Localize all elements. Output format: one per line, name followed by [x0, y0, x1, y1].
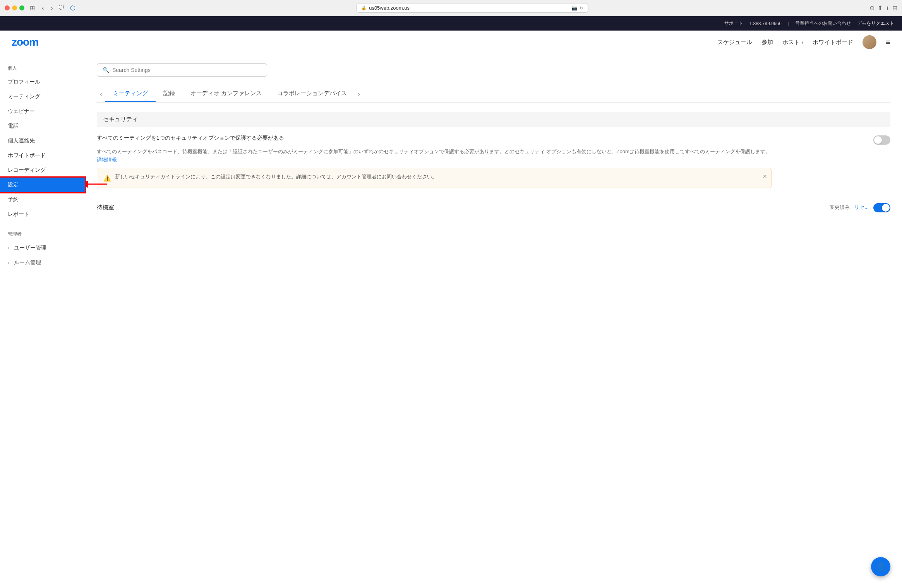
sidebar-label-recording: レコーディング [8, 167, 46, 174]
reset-link[interactable]: リセ... [854, 204, 869, 211]
sidebar-item-room-management[interactable]: › ルーム管理 [0, 255, 85, 270]
setting-status-row: 変更済み リセ... [830, 202, 890, 212]
sidebar-label-meeting: ミーティング [8, 93, 40, 100]
sidebar-label-webinar: ウェビナー [8, 108, 35, 115]
bing-icon: ⬡ [70, 4, 75, 12]
chevron-right-icon: › [8, 245, 9, 251]
sidebar-item-reservation[interactable]: 予約 [0, 192, 85, 207]
search-icon: 🔍 [103, 67, 109, 73]
fullscreen-button[interactable] [19, 5, 24, 10]
sidebar-item-settings[interactable]: 設定 [0, 178, 85, 192]
toggle-security-option[interactable] [873, 135, 890, 145]
sidebar-label-report: レポート [8, 211, 29, 218]
sidebar-item-webinar[interactable]: ウェビナー [0, 104, 85, 119]
download-icon[interactable]: ⊙ [869, 4, 875, 12]
setting-waiting-room: 待機室 変更済み リセ... [97, 196, 890, 219]
setting-security-option: すべてのミーティングを1つのセキュリティオプションで保護する必要がある すべての… [97, 135, 890, 188]
sidebar-label-settings: 設定 [8, 181, 19, 188]
browser-chrome: ⊞ ‹ › 🛡 ⬡ 🔒 us05web.zoom.us 📷 ↻ ⊙ ⬆ + ⊞ [0, 0, 902, 16]
grid-icon[interactable]: ⊞ [892, 4, 897, 12]
phone-number: 1.888.799.9666 [749, 21, 781, 26]
browser-actions: ⊙ ⬆ + ⊞ [869, 4, 897, 12]
tabs-prev-arrow[interactable]: ‹ [97, 90, 105, 98]
back-button[interactable]: ‹ [40, 4, 45, 12]
traffic-lights [5, 5, 24, 10]
sidebar-label-phone: 電話 [8, 123, 19, 130]
sidebar-item-meeting[interactable]: ミーティング [0, 89, 85, 104]
new-tab-icon[interactable]: + [886, 5, 889, 12]
forward-button[interactable]: › [49, 4, 54, 12]
nav-whiteboard[interactable]: ホワイトボード [813, 39, 853, 46]
avatar[interactable] [863, 35, 876, 49]
contact-label[interactable]: 営業担当へのお問い合わせ [795, 20, 851, 27]
person-icon: 👤 [876, 562, 886, 572]
sidebar-section-personal: 個人 [0, 62, 85, 75]
sidebar-label-room-management: ルーム管理 [14, 259, 41, 266]
setting-label-1: すべてのミーティングを1つのセキュリティオプションで保護する必要がある [97, 135, 284, 142]
search-bar[interactable]: 🔍 [97, 63, 267, 77]
support-label: サポート [724, 20, 743, 27]
tab-collab-devices[interactable]: コラボレーションデバイス [269, 86, 355, 102]
sidebar-item-contacts[interactable]: 個人連絡先 [0, 133, 85, 148]
alert-close-button[interactable]: ✕ [763, 172, 767, 181]
url-bar[interactable]: 🔒 us05web.zoom.us 📷 ↻ [356, 3, 588, 13]
zoom-logo[interactable]: zoom [12, 36, 38, 48]
lock-icon: 🔒 [361, 5, 367, 10]
nav-host[interactable]: ホスト [782, 39, 803, 46]
tabs-container: ‹ ミーティング 記録 オーディオ カンファレンス コラボレーションデバイス › [97, 86, 890, 103]
setting-row-1: すべてのミーティングを1つのセキュリティオプションで保護する必要がある [97, 135, 890, 145]
waiting-room-label: 待機室 [97, 204, 114, 211]
main-layout: 個人 プロフィール ミーティング ウェビナー 電話 個人連絡先 ホワイトボード … [0, 54, 902, 588]
toggle-waiting-room[interactable] [873, 203, 890, 212]
sidebar-item-recording[interactable]: レコーディング [0, 163, 85, 178]
chevron-right-icon-2: › [8, 260, 9, 265]
close-button[interactable] [5, 5, 10, 10]
tab-audio-conference[interactable]: オーディオ カンファレンス [183, 86, 269, 102]
sidebar-toggle-button[interactable]: ⊞ [28, 3, 36, 12]
sidebar-item-whiteboard[interactable]: ホワイトボード [0, 148, 85, 163]
sidebar-label-profile: プロフィール [8, 79, 40, 85]
content-area: 🔍 ‹ ミーティング 記録 オーディオ カンファレンス コラボレーションデバイス… [85, 54, 902, 588]
share-icon[interactable]: ⬆ [878, 4, 883, 12]
detail-link[interactable]: 詳細情報 [97, 157, 117, 162]
nav-join[interactable]: 参加 [761, 39, 773, 46]
sidebar: 個人 プロフィール ミーティング ウェビナー 電話 個人連絡先 ホワイトボード … [0, 54, 85, 588]
sidebar-item-settings-wrapper: 設定 [0, 178, 85, 192]
top-bar: サポート 1.888.799.9666 | 営業担当へのお問い合わせ デモをリク… [0, 16, 902, 31]
sidebar-label-contacts: 個人連絡先 [8, 137, 35, 144]
sidebar-item-user-management[interactable]: › ユーザー管理 [0, 241, 85, 255]
site-header: zoom スケジュール 参加 ホスト ホワイトボード ≡ [0, 31, 902, 54]
setting-description-1: すべてのミーティングをパスコード、待機室機能、または「認証されたユーザーのみがミ… [97, 148, 772, 164]
section-security-title: セキュリティ [97, 112, 890, 127]
alert-text: 新しいセキュリティガイドラインにより、この設定は変更できなくなりました。詳細につ… [115, 173, 445, 181]
nav-schedule[interactable]: スケジュール [717, 39, 752, 46]
demo-label[interactable]: デモをリクエスト [857, 20, 894, 27]
sidebar-section-admin: 管理者 [0, 228, 85, 241]
sidebar-item-report[interactable]: レポート [0, 207, 85, 222]
alert-box: ⚠️ 新しいセキュリティガイドラインにより、この設定は変更できなくなりました。詳… [97, 168, 772, 188]
url-text: us05web.zoom.us [369, 5, 410, 11]
header-nav: スケジュール 参加 ホスト ホワイトボード ≡ [717, 35, 890, 49]
chat-support-button[interactable]: 👤 [871, 557, 890, 576]
sidebar-label-reservation: 予約 [8, 196, 19, 203]
warning-icon: ⚠️ [103, 173, 111, 183]
search-input[interactable] [112, 67, 261, 73]
tabs-next-arrow[interactable]: › [355, 90, 363, 98]
reload-icon[interactable]: ↻ [580, 5, 583, 11]
setting-desc-text: すべてのミーティングをパスコード、待機室機能、または「認証されたユーザーのみがミ… [97, 149, 770, 154]
camera-icon: 📷 [571, 5, 577, 11]
sidebar-item-phone[interactable]: 電話 [0, 119, 85, 133]
divider: | [788, 21, 789, 26]
tab-meeting[interactable]: ミーティング [105, 86, 156, 102]
status-text: 変更済み [830, 204, 850, 211]
hamburger-icon[interactable]: ≡ [886, 38, 890, 47]
minimize-button[interactable] [12, 5, 17, 10]
sidebar-label-whiteboard: ホワイトボード [8, 152, 46, 159]
sidebar-label-user-management: ユーザー管理 [14, 244, 46, 251]
shield-icon: 🛡 [58, 5, 65, 12]
sidebar-item-profile[interactable]: プロフィール [0, 75, 85, 89]
tab-recording[interactable]: 記録 [156, 86, 183, 102]
